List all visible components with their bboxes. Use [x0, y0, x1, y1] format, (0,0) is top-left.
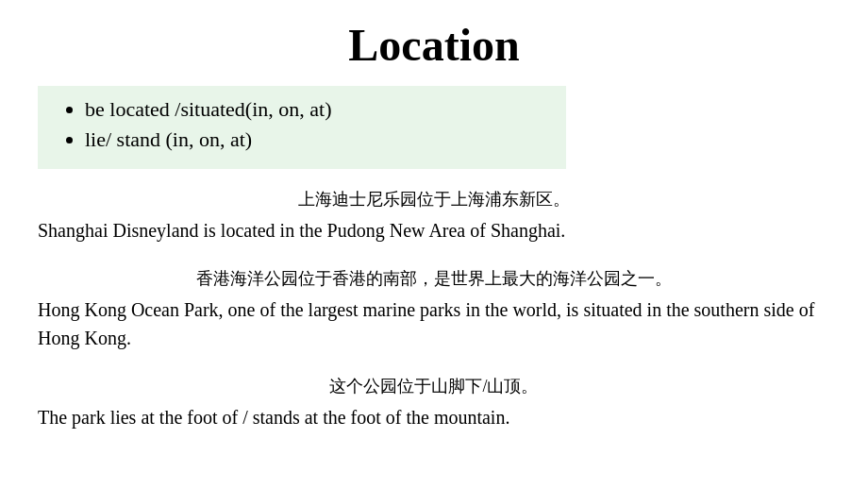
- english-text-2: Hong Kong Ocean Park, one of the largest…: [38, 295, 830, 352]
- english-text-3: The park lies at the foot of / stands at…: [38, 403, 830, 431]
- phrase-item-2: lie/ stand (in, on, at): [85, 127, 547, 152]
- page-title: Location: [38, 19, 830, 71]
- example-block-2: 香港海洋公园位于香港的南部，是世界上最大的海洋公园之一。 Hong Kong O…: [38, 267, 830, 352]
- phrase-list: be located /situated(in, on, at) lie/ st…: [66, 97, 547, 152]
- phrase-item-1: be located /situated(in, on, at): [85, 97, 547, 122]
- chinese-text-2: 香港海洋公园位于香港的南部，是世界上最大的海洋公园之一。: [38, 267, 830, 290]
- example-block-3: 这个公园位于山脚下/山顶。 The park lies at the foot …: [38, 375, 830, 431]
- example-block-1: 上海迪士尼乐园位于上海浦东新区。 Shanghai Disneyland is …: [38, 188, 830, 244]
- chinese-text-3: 这个公园位于山脚下/山顶。: [38, 375, 830, 397]
- highlight-box: be located /situated(in, on, at) lie/ st…: [38, 86, 566, 169]
- chinese-text-1: 上海迪士尼乐园位于上海浦东新区。: [38, 188, 830, 211]
- english-text-1: Shanghai Disneyland is located in the Pu…: [38, 216, 830, 244]
